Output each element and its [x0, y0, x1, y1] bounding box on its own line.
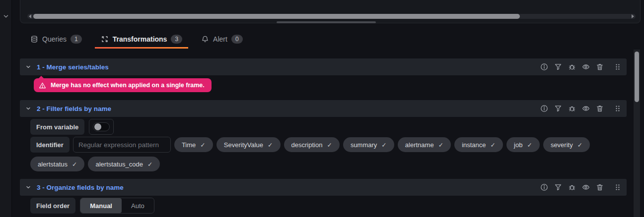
field-order-radio-group: Manual Auto: [80, 198, 154, 214]
field-pill-label: alertstatus_code: [95, 161, 143, 168]
transformation-actions: [540, 183, 622, 191]
check-icon: [147, 161, 152, 168]
warning-text: Merge has no effect when applied on a si…: [51, 82, 205, 89]
filter-icon[interactable]: [554, 105, 562, 112]
check-icon: [381, 141, 386, 149]
identifier-label: Identifier: [30, 137, 70, 153]
page-hscroll-thumb[interactable]: [277, 21, 376, 23]
drag-handle-icon[interactable]: [614, 105, 622, 112]
field-pill-label: description: [291, 141, 323, 149]
field-order-row: Field order Manual Auto: [30, 198, 627, 214]
check-icon: [200, 141, 205, 149]
transform-icon: [101, 35, 109, 43]
field-pill-label: alertstatus: [38, 161, 68, 168]
tab-count-badge: 3: [171, 35, 182, 44]
info-icon[interactable]: [540, 63, 548, 71]
scroll-right-arrow-icon[interactable]: [632, 14, 634, 18]
trash-icon[interactable]: [596, 63, 604, 71]
tab-count-badge: 0: [231, 35, 243, 44]
warning-triangle-icon: [39, 82, 46, 89]
field-pill[interactable]: alertstatus_code: [88, 157, 160, 171]
filter-icon[interactable]: [554, 63, 562, 71]
drag-handle-icon[interactable]: [614, 183, 622, 191]
transformation-actions: [540, 105, 622, 112]
field-pill-label: severity: [551, 141, 573, 149]
transformation-title[interactable]: 3 - Organize fields by name: [37, 184, 124, 191]
field-pill-label: Time: [182, 141, 196, 149]
check-icon: [438, 141, 443, 149]
trash-icon[interactable]: [596, 183, 604, 191]
transformation-header-filter[interactable]: 2 - Filter fields by name: [20, 100, 627, 117]
bug-icon[interactable]: [568, 183, 576, 191]
transformation-title[interactable]: 1 - Merge series/tables: [37, 63, 109, 71]
toggle-track[interactable]: [93, 122, 110, 131]
field-pill-label: instance: [462, 141, 486, 149]
tab-queries[interactable]: Queries 1: [24, 30, 88, 49]
field-pill[interactable]: Time: [174, 137, 213, 152]
filter-fields-row: Identifier Time SeverityValue descriptio…: [30, 137, 619, 171]
eye-icon[interactable]: [582, 183, 590, 191]
trash-icon[interactable]: [596, 105, 604, 112]
field-pill[interactable]: alertstatus: [30, 157, 84, 171]
bug-icon[interactable]: [568, 105, 576, 112]
info-icon[interactable]: [540, 183, 548, 191]
tab-count-badge: 1: [71, 35, 82, 44]
check-icon: [577, 141, 582, 149]
collapse-chevron-icon[interactable]: [2, 13, 9, 20]
editor-tabs: Queries 1 Transformations 3 Alert 0: [12, 30, 644, 49]
eye-icon[interactable]: [582, 63, 590, 71]
tab-label: Alert: [213, 35, 227, 43]
filter-icon[interactable]: [554, 183, 562, 191]
check-icon: [327, 141, 332, 149]
chevron-down-icon[interactable]: [25, 106, 31, 111]
scroll-left-arrow-icon[interactable]: [29, 14, 31, 18]
left-rail: [0, 0, 12, 217]
eye-icon[interactable]: [582, 105, 590, 112]
panel-hscroll-thumb[interactable]: [33, 14, 520, 19]
identifier-regex-input[interactable]: [73, 137, 171, 153]
transformation-actions: [540, 63, 622, 71]
field-pill-label: alertname: [405, 141, 434, 149]
field-pill[interactable]: SeverityValue: [216, 137, 281, 152]
tab-label: Queries: [42, 35, 67, 43]
info-icon[interactable]: [540, 105, 548, 112]
database-icon: [30, 35, 38, 43]
drag-handle-icon[interactable]: [614, 63, 622, 71]
field-pill[interactable]: description: [284, 137, 340, 152]
field-pill-label: SeverityValue: [224, 141, 263, 149]
chevron-down-icon[interactable]: [25, 64, 31, 70]
field-pill[interactable]: summary: [343, 137, 394, 152]
field-pill-label: job: [514, 141, 522, 149]
from-variable-row: From variable: [30, 119, 627, 135]
check-icon: [527, 141, 532, 149]
check-icon: [491, 141, 496, 149]
chevron-down-icon[interactable]: [25, 184, 31, 190]
transformation-title[interactable]: 2 - Filter fields by name: [37, 105, 111, 112]
from-variable-label: From variable: [30, 119, 84, 135]
field-pill-label: summary: [351, 141, 377, 149]
merge-warning-banner: Merge has no effect when applied on a si…: [34, 78, 212, 92]
from-variable-toggle[interactable]: [89, 119, 114, 135]
transformation-header-organize[interactable]: 3 - Organize fields by name: [20, 179, 627, 196]
vertical-scrollbar[interactable]: [634, 50, 640, 217]
field-order-label: Field order: [30, 198, 75, 214]
tab-transformations[interactable]: Transformations 3: [95, 30, 188, 49]
transformation-header-merge[interactable]: 1 - Merge series/tables: [20, 58, 627, 75]
field-pill[interactable]: alertname: [398, 137, 451, 152]
vertical-scrollbar-thumb[interactable]: [635, 52, 639, 102]
field-pill[interactable]: job: [506, 137, 540, 152]
panel-horizontal-scrollbar[interactable]: [27, 14, 636, 19]
tab-label: Transformations: [113, 35, 167, 43]
field-order-option-auto[interactable]: Auto: [122, 198, 154, 213]
query-panel-bottom: [20, 0, 641, 23]
transformations-list: 1 - Merge series/tables Merge has no eff…: [20, 49, 627, 214]
bug-icon[interactable]: [568, 63, 576, 71]
check-icon: [268, 141, 273, 149]
field-pill[interactable]: instance: [454, 137, 503, 152]
field-order-option-manual[interactable]: Manual: [80, 198, 122, 213]
check-icon: [72, 161, 77, 168]
tab-alert[interactable]: Alert 0: [195, 30, 248, 49]
editor-main: Queries 1 Transformations 3 Alert 0 1 - …: [12, 0, 644, 217]
toggle-knob[interactable]: [94, 123, 101, 130]
field-pill[interactable]: severity: [543, 137, 590, 152]
